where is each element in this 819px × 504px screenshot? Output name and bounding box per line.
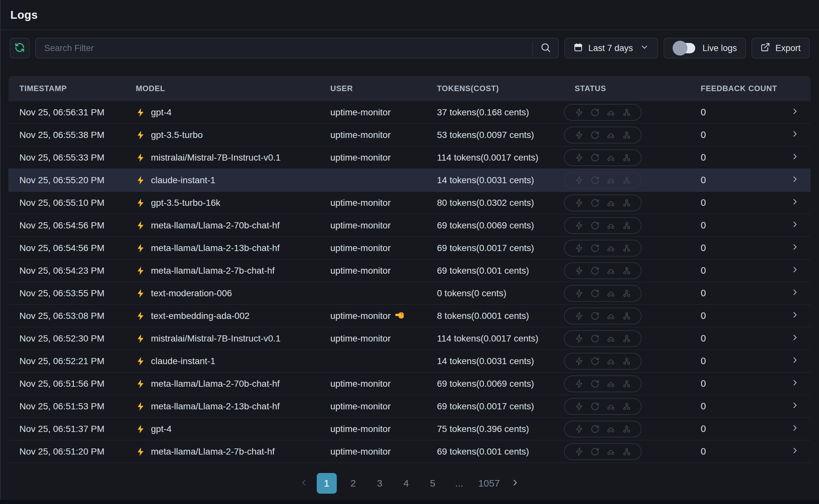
- hierarchy-icon: [622, 131, 631, 140]
- toggle-thumb: [673, 41, 688, 56]
- row-user-name: uptime-monitor: [330, 198, 391, 208]
- table-row[interactable]: Nov 25, 06:53:55 PM text-moderation-006 …: [8, 282, 811, 305]
- row-model-name: mistralai/Mistral-7B-Instruct-v0.1: [151, 333, 280, 344]
- column-header-tokens-cost: TOKENS(COST): [437, 84, 564, 93]
- row-user-name: uptime-monitor: [330, 220, 391, 231]
- table-row[interactable]: Nov 25, 06:51:56 PM meta-llama/Llama-2-7…: [8, 373, 811, 395]
- table-header: TIMESTAMP MODEL USER TOKENS(COST) STATUS…: [8, 76, 811, 101]
- chevron-right-icon: [782, 310, 811, 321]
- pagination-page-1057[interactable]: 1057: [476, 473, 503, 494]
- pagination-prev-button[interactable]: [297, 473, 310, 494]
- row-feedback-count: 0: [679, 220, 782, 231]
- row-feedback-count: 0: [679, 265, 782, 276]
- row-model: gpt-4: [136, 107, 330, 118]
- table-row[interactable]: Nov 25, 06:55:33 PM mistralai/Mistral-7B…: [8, 146, 811, 169]
- row-model: meta-llama/Llama-2-7b-chat-hf: [136, 266, 330, 276]
- row-feedback-count: 0: [679, 130, 782, 140]
- pagination-page-3[interactable]: 3: [370, 473, 390, 494]
- column-header-timestamp: TIMESTAMP: [8, 84, 136, 93]
- table-row[interactable]: Nov 25, 06:52:30 PM mistralai/Mistral-7B…: [8, 327, 811, 350]
- route-icon: [606, 289, 615, 298]
- pagination-next-button[interactable]: [509, 473, 522, 494]
- lightning-bolt-icon: [136, 379, 145, 389]
- row-model-name: meta-llama/Llama-2-70b-chat-hf: [151, 220, 279, 231]
- row-user-name: uptime-monitor: [330, 333, 391, 344]
- hierarchy-icon: [622, 221, 631, 230]
- lightning-bolt-icon: [136, 266, 145, 276]
- status-pill: [564, 194, 642, 211]
- table-row[interactable]: Nov 25, 06:52:21 PM claude-instant-1 14 …: [8, 350, 811, 373]
- live-logs-button: Live logs: [664, 38, 746, 58]
- row-tokens-cost: 69 tokens(0.0017 cents): [437, 401, 564, 412]
- table-row[interactable]: Nov 25, 06:54:56 PM meta-llama/Llama-2-7…: [8, 214, 811, 237]
- chevron-right-icon: [782, 356, 811, 367]
- row-user: uptime-monitor: [330, 220, 437, 231]
- route-icon: [606, 334, 615, 343]
- refresh-button[interactable]: [10, 38, 30, 58]
- row-feedback-count: 0: [679, 356, 782, 366]
- table-row[interactable]: Nov 25, 06:51:53 PM meta-llama/Llama-2-1…: [8, 395, 811, 418]
- row-feedback-count: 0: [679, 107, 782, 118]
- row-model: meta-llama/Llama-2-13b-chat-hf: [136, 401, 330, 412]
- table-row[interactable]: Nov 25, 06:55:38 PM gpt-3.5-turbo uptime…: [8, 124, 811, 146]
- row-timestamp: Nov 25, 06:52:21 PM: [8, 356, 136, 366]
- search-icon: [540, 42, 551, 54]
- row-feedback-count: 0: [679, 288, 782, 299]
- table-row[interactable]: Nov 25, 06:54:23 PM meta-llama/Llama-2-7…: [8, 259, 811, 282]
- table-row[interactable]: Nov 25, 06:53:08 PM text-embedding-ada-0…: [8, 305, 811, 327]
- row-feedback-count: 0: [679, 333, 782, 344]
- table-row[interactable]: Nov 25, 06:56:31 PM gpt-4 uptime-monitor…: [8, 101, 811, 124]
- calendar-icon: [573, 42, 583, 54]
- status-pill: [564, 149, 642, 166]
- lightning-icon: [575, 357, 584, 366]
- chevron-right-icon: [782, 152, 811, 163]
- row-model-name: meta-llama/Llama-2-13b-chat-hf: [151, 401, 279, 412]
- row-user-name: uptime-monitor: [330, 130, 391, 140]
- lightning-bolt-icon: [136, 424, 145, 434]
- row-user: uptime-monitor: [330, 401, 437, 412]
- chevron-right-icon: [782, 378, 811, 389]
- chevron-right-icon: [782, 175, 811, 186]
- export-button[interactable]: Export: [751, 38, 810, 58]
- row-timestamp: Nov 25, 06:51:20 PM: [8, 446, 136, 457]
- lightning-bolt-icon: [136, 153, 145, 163]
- lightning-bolt-icon: [136, 130, 145, 140]
- pagination-page-2[interactable]: 2: [343, 473, 363, 494]
- hierarchy-icon: [622, 425, 631, 434]
- row-user: uptime-monitor: [330, 379, 437, 389]
- row-user: uptime-monitor: [330, 198, 437, 208]
- search-input[interactable]: [44, 43, 527, 53]
- refresh-icon: [15, 42, 25, 54]
- row-tokens-cost: 37 tokens(0.168 cents): [437, 107, 564, 118]
- row-timestamp: Nov 25, 06:53:08 PM: [8, 311, 136, 321]
- row-tokens-cost: 75 tokens(0.396 cents): [437, 424, 564, 434]
- row-timestamp: Nov 25, 06:51:56 PM: [8, 379, 136, 389]
- lightning-icon: [575, 176, 584, 185]
- table-row[interactable]: Nov 25, 06:55:20 PM claude-instant-1 14 …: [8, 169, 811, 192]
- table-row[interactable]: Nov 25, 06:54:56 PM meta-llama/Llama-2-1…: [8, 237, 811, 259]
- table-row[interactable]: Nov 25, 06:55:10 PM gpt-3.5-turbo-16k up…: [8, 192, 811, 214]
- date-range-button[interactable]: Last 7 days: [564, 38, 658, 58]
- hierarchy-icon: [622, 198, 631, 207]
- live-logs-toggle[interactable]: [673, 41, 696, 56]
- rotate-cw-icon: [591, 153, 600, 162]
- rotate-cw-icon: [591, 425, 600, 434]
- route-icon: [606, 176, 615, 185]
- pagination-page-4[interactable]: 4: [396, 473, 416, 494]
- hierarchy-icon: [622, 447, 631, 456]
- lightning-bolt-icon: [136, 108, 145, 117]
- row-tokens-cost: 69 tokens(0.0069 cents): [437, 220, 564, 231]
- row-feedback-count: 0: [679, 152, 782, 163]
- table-row[interactable]: Nov 25, 06:51:37 PM gpt-4 uptime-monitor…: [8, 418, 811, 440]
- row-timestamp: Nov 25, 06:55:38 PM: [8, 130, 136, 140]
- pagination-page-5[interactable]: 5: [423, 473, 443, 494]
- row-model: meta-llama/Llama-2-7b-chat-hf: [136, 446, 330, 457]
- pagination-page-1[interactable]: 1: [317, 473, 337, 494]
- column-header-feedback-count: FEEDBACK COUNT: [679, 84, 782, 93]
- lightning-bolt-icon: [136, 356, 145, 366]
- row-model: meta-llama/Llama-2-13b-chat-hf: [136, 243, 330, 253]
- table-row[interactable]: Nov 25, 06:51:20 PM meta-llama/Llama-2-7…: [8, 440, 811, 463]
- status-pill: [564, 398, 642, 415]
- row-model-name: text-moderation-006: [151, 288, 232, 299]
- row-user-name: uptime-monitor: [330, 243, 391, 253]
